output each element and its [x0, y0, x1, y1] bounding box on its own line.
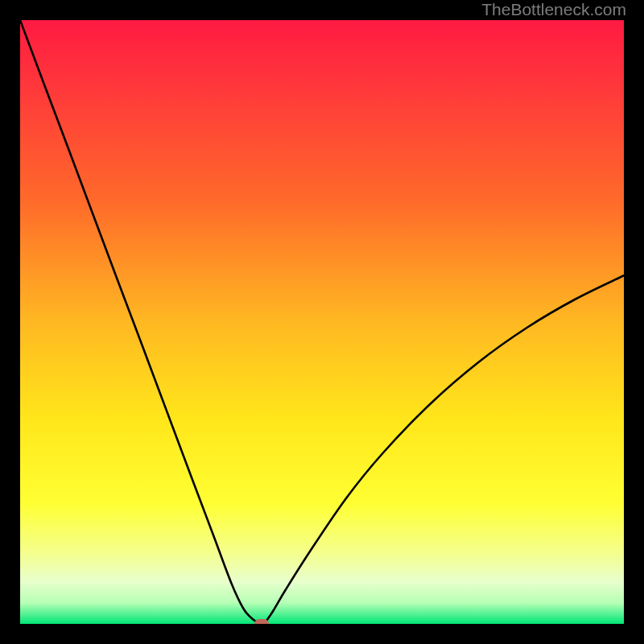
chart-frame: TheBottleneck.com	[0, 0, 644, 644]
watermark-text: TheBottleneck.com	[481, 0, 626, 19]
plot-area	[20, 20, 624, 624]
optimum-marker	[254, 619, 269, 624]
plot-svg	[20, 20, 624, 624]
